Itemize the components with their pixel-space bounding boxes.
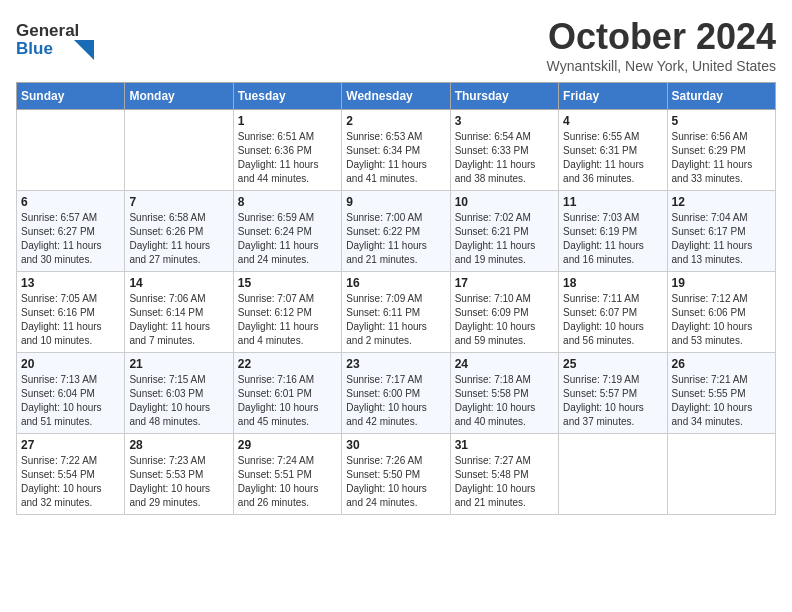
day-number: 21 (129, 357, 228, 371)
page-header: General Blue October 2024 Wynantskill, N… (16, 16, 776, 74)
day-info: Sunrise: 7:21 AMSunset: 5:55 PMDaylight:… (672, 373, 771, 429)
weekday-header: Saturday (667, 83, 775, 110)
calendar-cell: 19Sunrise: 7:12 AMSunset: 6:06 PMDayligh… (667, 272, 775, 353)
day-number: 5 (672, 114, 771, 128)
calendar-cell: 18Sunrise: 7:11 AMSunset: 6:07 PMDayligh… (559, 272, 667, 353)
weekday-header: Friday (559, 83, 667, 110)
calendar-cell: 1Sunrise: 6:51 AMSunset: 6:36 PMDaylight… (233, 110, 341, 191)
day-info: Sunrise: 7:03 AMSunset: 6:19 PMDaylight:… (563, 211, 662, 267)
calendar-week-row: 27Sunrise: 7:22 AMSunset: 5:54 PMDayligh… (17, 434, 776, 515)
calendar-cell: 22Sunrise: 7:16 AMSunset: 6:01 PMDayligh… (233, 353, 341, 434)
weekday-header: Tuesday (233, 83, 341, 110)
svg-marker-2 (74, 40, 94, 60)
calendar-cell: 16Sunrise: 7:09 AMSunset: 6:11 PMDayligh… (342, 272, 450, 353)
day-number: 15 (238, 276, 337, 290)
calendar-cell: 26Sunrise: 7:21 AMSunset: 5:55 PMDayligh… (667, 353, 775, 434)
day-info: Sunrise: 7:24 AMSunset: 5:51 PMDaylight:… (238, 454, 337, 510)
calendar-cell: 27Sunrise: 7:22 AMSunset: 5:54 PMDayligh… (17, 434, 125, 515)
day-number: 19 (672, 276, 771, 290)
calendar-cell: 30Sunrise: 7:26 AMSunset: 5:50 PMDayligh… (342, 434, 450, 515)
calendar-cell: 5Sunrise: 6:56 AMSunset: 6:29 PMDaylight… (667, 110, 775, 191)
calendar-week-row: 1Sunrise: 6:51 AMSunset: 6:36 PMDaylight… (17, 110, 776, 191)
calendar-cell: 7Sunrise: 6:58 AMSunset: 6:26 PMDaylight… (125, 191, 233, 272)
day-info: Sunrise: 6:56 AMSunset: 6:29 PMDaylight:… (672, 130, 771, 186)
day-number: 6 (21, 195, 120, 209)
weekday-header: Sunday (17, 83, 125, 110)
day-info: Sunrise: 7:07 AMSunset: 6:12 PMDaylight:… (238, 292, 337, 348)
calendar-cell: 28Sunrise: 7:23 AMSunset: 5:53 PMDayligh… (125, 434, 233, 515)
day-number: 17 (455, 276, 554, 290)
calendar-cell: 12Sunrise: 7:04 AMSunset: 6:17 PMDayligh… (667, 191, 775, 272)
calendar-cell: 29Sunrise: 7:24 AMSunset: 5:51 PMDayligh… (233, 434, 341, 515)
calendar-cell: 31Sunrise: 7:27 AMSunset: 5:48 PMDayligh… (450, 434, 558, 515)
day-number: 27 (21, 438, 120, 452)
day-number: 29 (238, 438, 337, 452)
calendar-cell (667, 434, 775, 515)
calendar-week-row: 6Sunrise: 6:57 AMSunset: 6:27 PMDaylight… (17, 191, 776, 272)
day-info: Sunrise: 7:19 AMSunset: 5:57 PMDaylight:… (563, 373, 662, 429)
day-number: 31 (455, 438, 554, 452)
day-info: Sunrise: 7:00 AMSunset: 6:22 PMDaylight:… (346, 211, 445, 267)
day-number: 28 (129, 438, 228, 452)
day-info: Sunrise: 6:59 AMSunset: 6:24 PMDaylight:… (238, 211, 337, 267)
day-number: 20 (21, 357, 120, 371)
day-number: 22 (238, 357, 337, 371)
calendar-cell: 15Sunrise: 7:07 AMSunset: 6:12 PMDayligh… (233, 272, 341, 353)
day-number: 26 (672, 357, 771, 371)
day-info: Sunrise: 7:12 AMSunset: 6:06 PMDaylight:… (672, 292, 771, 348)
day-info: Sunrise: 7:06 AMSunset: 6:14 PMDaylight:… (129, 292, 228, 348)
month-title: October 2024 (547, 16, 776, 58)
day-info: Sunrise: 7:27 AMSunset: 5:48 PMDaylight:… (455, 454, 554, 510)
weekday-header: Monday (125, 83, 233, 110)
day-number: 24 (455, 357, 554, 371)
calendar-cell: 14Sunrise: 7:06 AMSunset: 6:14 PMDayligh… (125, 272, 233, 353)
calendar-cell: 11Sunrise: 7:03 AMSunset: 6:19 PMDayligh… (559, 191, 667, 272)
location: Wynantskill, New York, United States (547, 58, 776, 74)
logo-svg: General Blue (16, 16, 96, 60)
day-info: Sunrise: 7:15 AMSunset: 6:03 PMDaylight:… (129, 373, 228, 429)
calendar-cell: 25Sunrise: 7:19 AMSunset: 5:57 PMDayligh… (559, 353, 667, 434)
calendar-cell: 17Sunrise: 7:10 AMSunset: 6:09 PMDayligh… (450, 272, 558, 353)
day-info: Sunrise: 7:16 AMSunset: 6:01 PMDaylight:… (238, 373, 337, 429)
day-info: Sunrise: 7:26 AMSunset: 5:50 PMDaylight:… (346, 454, 445, 510)
day-info: Sunrise: 6:58 AMSunset: 6:26 PMDaylight:… (129, 211, 228, 267)
day-info: Sunrise: 7:18 AMSunset: 5:58 PMDaylight:… (455, 373, 554, 429)
calendar-cell (559, 434, 667, 515)
day-info: Sunrise: 6:51 AMSunset: 6:36 PMDaylight:… (238, 130, 337, 186)
calendar-cell: 13Sunrise: 7:05 AMSunset: 6:16 PMDayligh… (17, 272, 125, 353)
day-info: Sunrise: 6:53 AMSunset: 6:34 PMDaylight:… (346, 130, 445, 186)
logo: General Blue (16, 16, 96, 64)
calendar-cell: 21Sunrise: 7:15 AMSunset: 6:03 PMDayligh… (125, 353, 233, 434)
day-info: Sunrise: 6:57 AMSunset: 6:27 PMDaylight:… (21, 211, 120, 267)
calendar-cell: 9Sunrise: 7:00 AMSunset: 6:22 PMDaylight… (342, 191, 450, 272)
calendar-cell: 8Sunrise: 6:59 AMSunset: 6:24 PMDaylight… (233, 191, 341, 272)
calendar-cell: 23Sunrise: 7:17 AMSunset: 6:00 PMDayligh… (342, 353, 450, 434)
day-info: Sunrise: 7:09 AMSunset: 6:11 PMDaylight:… (346, 292, 445, 348)
calendar-cell: 20Sunrise: 7:13 AMSunset: 6:04 PMDayligh… (17, 353, 125, 434)
calendar-cell: 3Sunrise: 6:54 AMSunset: 6:33 PMDaylight… (450, 110, 558, 191)
day-number: 1 (238, 114, 337, 128)
svg-text:Blue: Blue (16, 39, 53, 58)
day-number: 11 (563, 195, 662, 209)
svg-text:General: General (16, 21, 79, 40)
calendar-table: SundayMondayTuesdayWednesdayThursdayFrid… (16, 82, 776, 515)
day-info: Sunrise: 7:22 AMSunset: 5:54 PMDaylight:… (21, 454, 120, 510)
day-info: Sunrise: 7:02 AMSunset: 6:21 PMDaylight:… (455, 211, 554, 267)
day-number: 3 (455, 114, 554, 128)
calendar-cell: 10Sunrise: 7:02 AMSunset: 6:21 PMDayligh… (450, 191, 558, 272)
day-number: 12 (672, 195, 771, 209)
weekday-header: Wednesday (342, 83, 450, 110)
calendar-cell (125, 110, 233, 191)
weekday-header: Thursday (450, 83, 558, 110)
day-info: Sunrise: 6:54 AMSunset: 6:33 PMDaylight:… (455, 130, 554, 186)
day-number: 4 (563, 114, 662, 128)
weekday-header-row: SundayMondayTuesdayWednesdayThursdayFrid… (17, 83, 776, 110)
day-info: Sunrise: 7:04 AMSunset: 6:17 PMDaylight:… (672, 211, 771, 267)
day-number: 25 (563, 357, 662, 371)
title-section: October 2024 Wynantskill, New York, Unit… (547, 16, 776, 74)
calendar-week-row: 20Sunrise: 7:13 AMSunset: 6:04 PMDayligh… (17, 353, 776, 434)
logo-text-wrap: General Blue (16, 16, 96, 64)
calendar-cell: 4Sunrise: 6:55 AMSunset: 6:31 PMDaylight… (559, 110, 667, 191)
day-number: 23 (346, 357, 445, 371)
calendar-cell (17, 110, 125, 191)
